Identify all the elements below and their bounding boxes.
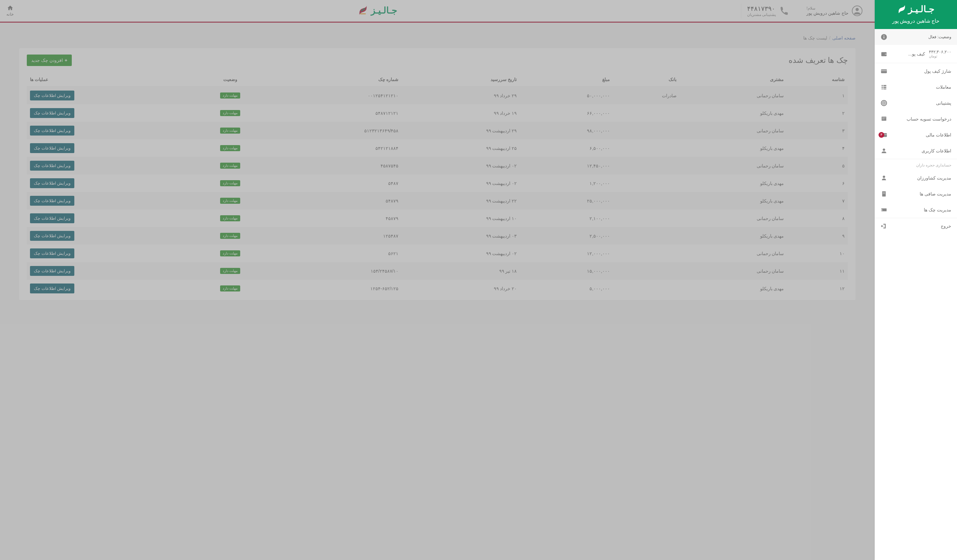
svg-rect-25 — [883, 193, 885, 194]
cell-amount: ۱۲,۰۰۰,۰۰۰ — [520, 245, 613, 262]
cell-id: ۱ — [787, 87, 848, 105]
cell-due: ۰۲ اردیبهشت ۹۹ — [402, 174, 520, 192]
cell-status: مهلت دارد — [188, 174, 272, 192]
breadcrumb-current: لیست چک ها — [803, 35, 827, 41]
breadcrumb-home[interactable]: صفحه اصلی — [832, 35, 856, 41]
cell-due: ۱۰ اردیبهشت ۹۹ — [402, 210, 520, 227]
edit-check-button[interactable]: ویرایش اطلاعات چک — [30, 248, 74, 258]
edit-check-button[interactable]: ویرایش اطلاعات چک — [30, 231, 74, 241]
cell-id: ۶ — [787, 174, 848, 192]
cell-checkno: ۱۲۵۴-۶۵۲/۱۲۵ — [272, 280, 402, 297]
edit-check-button[interactable]: ویرایش اطلاعات چک — [30, 161, 74, 170]
th-customer: مشتری — [680, 73, 787, 87]
cell-ops: ویرایش اطلاعات چک — [27, 262, 188, 280]
cell-status: مهلت دارد — [188, 139, 272, 157]
cell-due: ۲۹ خرداد ۹۹ — [402, 87, 520, 105]
table-row: ۱سامان رحمانیصادرات۵۰,۰۰۰,۰۰۰۲۹ خرداد ۹۹… — [27, 87, 848, 105]
status-badge: مهلت دارد — [220, 250, 240, 256]
edit-check-button[interactable]: ویرایش اطلاعات چک — [30, 126, 74, 136]
cell-id: ۵ — [787, 157, 848, 174]
th-due: تاریخ سررسید — [402, 73, 520, 87]
edit-check-button[interactable]: ویرایش اطلاعات چک — [30, 108, 74, 118]
svg-rect-12 — [883, 88, 886, 89]
cell-due: ۱۹ خرداد ۹۹ — [402, 104, 520, 122]
sidebar-wallet[interactable]: ۴۴۲,۳۰۶,۲۰۰ تومان کیف پو... — [875, 45, 957, 63]
sidebar-item-safi[interactable]: مدیریت صافی ها — [875, 186, 957, 202]
cell-checkno: ۵۴۸۷۹ — [272, 192, 402, 210]
table-row: ۷مهدی باریکلو۲۵,۰۰۰,۰۰۰۲۲ اردیبهشت ۹۹۵۴۸… — [27, 192, 848, 210]
cell-status: مهلت دارد — [188, 210, 272, 227]
sidebar-item-profile[interactable]: اطلاعات کاربری — [875, 143, 957, 159]
status-badge: مهلت دارد — [220, 286, 240, 292]
sidebar-item-transactions[interactable]: معاملات — [875, 79, 957, 95]
cell-bank — [613, 192, 680, 210]
cell-amount: ۵۰,۰۰۰,۰۰۰ — [520, 87, 613, 105]
cell-amount: ۱,۲۰۰,۰۰۰ — [520, 174, 613, 192]
topbar-logo[interactable]: جـالـیـز — [358, 5, 397, 17]
sidebar-username: حاج شاهین درویش پور — [881, 18, 951, 24]
cell-amount: ۱۲,۴۵۰,۰۰۰ — [520, 157, 613, 174]
sidebar-item-logout[interactable]: خروج — [875, 218, 957, 234]
svg-rect-7 — [882, 85, 883, 86]
cell-checkno: ۴۵۸۷۹ — [272, 210, 402, 227]
checks-card: چک ها تعریف شده + افزودن چک جدید شناسه م… — [19, 48, 856, 300]
cell-id: ۹ — [787, 227, 848, 245]
cell-status: مهلت دارد — [188, 157, 272, 174]
edit-check-button[interactable]: ویرایش اطلاعات چک — [30, 178, 74, 188]
edit-check-button[interactable]: ویرایش اطلاعات چک — [30, 91, 74, 101]
sidebar-item-checks[interactable]: مدیریت چک ها $→ — [875, 202, 957, 218]
leaf-icon — [897, 5, 906, 14]
svg-point-29 — [856, 8, 859, 11]
cell-ops: ویرایش اطلاعات چک — [27, 157, 188, 174]
cell-id: ۷ — [787, 192, 848, 210]
phone-icon — [779, 6, 788, 16]
cell-due: ۲۵ اردیبهشت ۹۹ — [402, 139, 520, 157]
doc-icon — [880, 190, 888, 197]
table-row: ۵سامان رحمانی۱۲,۴۵۰,۰۰۰۰۲ اردیبهشت ۹۹۴۵۸… — [27, 157, 848, 174]
add-check-button[interactable]: + افزودن چک جدید — [27, 55, 72, 66]
svg-rect-1 — [884, 36, 884, 38]
plus-icon: + — [65, 58, 67, 63]
cell-checkno: ۰۰۱۲۵۴۱۲۱۲۱۰ — [272, 87, 402, 105]
topbar-user-block[interactable]: سلام! حاج شاهین درویش پور — [801, 4, 868, 17]
sidebar-item-financial[interactable]: ۳ اطلاعات مالی — [875, 127, 957, 143]
status-badge: مهلت دارد — [220, 215, 240, 221]
topbar-phone-block[interactable]: ۴۴۸۱۷۳۹۰ پشتیبانی مشتریان — [741, 3, 794, 18]
edit-check-button[interactable]: ویرایش اطلاعات چک — [30, 143, 74, 153]
svg-rect-24 — [883, 192, 885, 192]
cell-due: ۲۹ اردیبهشت ۹۹ — [402, 122, 520, 139]
cell-ops: ویرایش اطلاعات چک — [27, 245, 188, 262]
th-id: شناسه — [787, 73, 848, 87]
cell-status: مهلت دارد — [188, 227, 272, 245]
sidebar-item-charge[interactable]: شارژ کیف پول — [875, 63, 957, 79]
sidebar-item-settlement[interactable]: درخواست تسویه حساب — [875, 111, 957, 127]
cell-customer: مهدی باریکلو — [680, 192, 787, 210]
edit-check-button[interactable]: ویرایش اطلاعات چک — [30, 284, 74, 293]
cell-customer: مهدی باریکلو — [680, 280, 787, 297]
cell-status: مهلت دارد — [188, 280, 272, 297]
topbar-home[interactable]: خانه — [6, 5, 14, 17]
edit-check-button[interactable]: ویرایش اطلاعات چک — [30, 266, 74, 276]
cell-customer: سامان رحمانی — [680, 122, 787, 139]
th-status: وضعیت — [188, 73, 272, 87]
person-icon — [880, 174, 888, 181]
cell-bank — [613, 210, 680, 227]
home-icon — [7, 5, 13, 11]
checks-table: شناسه مشتری بانک مبلغ تاریخ سررسید شماره… — [27, 73, 848, 297]
cell-checkno: ۵۱۲۳۲۱۳۶۴۹/۴۵۸ — [272, 122, 402, 139]
cell-ops: ویرایش اطلاعات چک — [27, 192, 188, 210]
edit-check-button[interactable]: ویرایش اطلاعات چک — [30, 213, 74, 223]
table-row: ۹مهدی باریکلو۲,۵۰۰,۰۰۰۰۳ اردیبهشت ۹۹۱۲۵۴… — [27, 227, 848, 245]
cell-amount: ۹۸,۰۰۰,۰۰۰ — [520, 122, 613, 139]
cell-id: ۱۱ — [787, 262, 848, 280]
cell-checkno: ۵۴۲۱۲۱۸۸۴ — [272, 139, 402, 157]
cell-bank — [613, 280, 680, 297]
cell-amount: ۲,۵۰۰,۰۰۰ — [520, 227, 613, 245]
edit-check-button[interactable]: ویرایش اطلاعات چک — [30, 196, 74, 206]
status-badge: مهلت دارد — [220, 233, 240, 239]
status-badge: مهلت دارد — [220, 93, 240, 99]
table-row: ۴مهدی باریکلو۶,۵۰۰,۰۰۰۲۵ اردیبهشت ۹۹۵۴۲۱… — [27, 139, 848, 157]
sidebar-item-support[interactable]: پشتیبانی — [875, 95, 957, 111]
topbar-username: حاج شاهین درویش پور — [807, 11, 848, 16]
sidebar-item-farmers[interactable]: مدیریت کشاورزان — [875, 170, 957, 186]
